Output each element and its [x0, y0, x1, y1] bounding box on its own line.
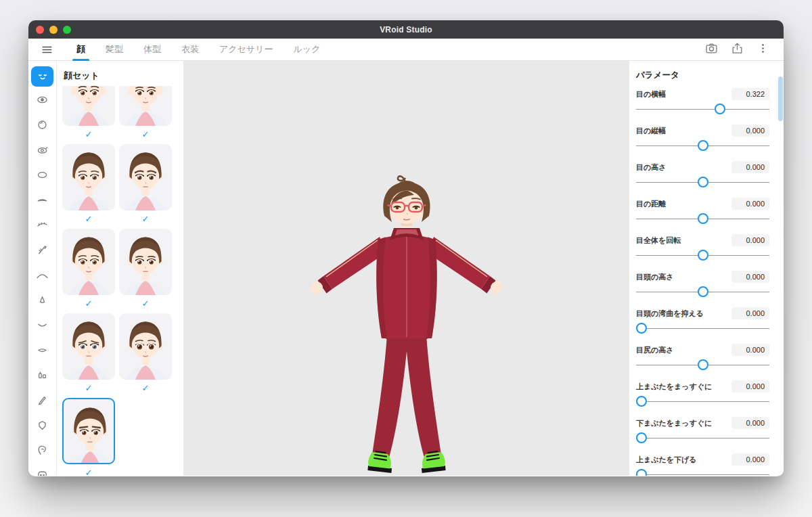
param-value[interactable]: 0.000	[731, 417, 769, 429]
rail-item-teeth[interactable]	[30, 364, 55, 389]
slider-thumb[interactable]	[698, 359, 708, 370]
param-value[interactable]: 0.000	[731, 125, 769, 137]
zoom-window-button[interactable]	[63, 26, 71, 34]
face-preset-thumbnail[interactable]	[119, 229, 172, 295]
preset-item-4: ✓	[119, 144, 172, 227]
param-value[interactable]: 0.000	[731, 161, 769, 173]
rail-item-iris[interactable]	[30, 114, 55, 139]
tab-label: 衣装	[181, 43, 199, 55]
param-value[interactable]: 0.000	[731, 234, 769, 246]
slider	[636, 468, 769, 476]
param-value[interactable]: 0.000	[731, 344, 769, 356]
rail-item-face-misc[interactable]	[30, 464, 55, 476]
param-label: 目頭の高さ	[636, 272, 674, 282]
tab-label: 体型	[143, 43, 161, 55]
slider-track[interactable]	[636, 328, 769, 330]
face-preset-thumbnail[interactable]	[62, 313, 115, 380]
rail-item-nose[interactable]	[30, 289, 55, 314]
param-value[interactable]: 0.000	[731, 198, 769, 210]
slider	[636, 212, 769, 225]
rail-item-eye-lashes[interactable]	[30, 139, 55, 164]
tab-3[interactable]: 体型	[133, 39, 171, 61]
more-button[interactable]	[752, 40, 773, 59]
param-value[interactable]: 0.000	[731, 453, 769, 466]
viewport-3d[interactable]	[183, 61, 629, 476]
param-label: 目頭の湾曲を抑える	[636, 309, 704, 319]
face-preset-thumbnail[interactable]	[62, 144, 115, 210]
params-scrollbar[interactable]	[778, 76, 783, 121]
slider	[636, 139, 769, 152]
slider-thumb[interactable]	[698, 177, 708, 187]
check-icon: ✓	[85, 464, 93, 476]
window-title: VRoid Studio	[28, 25, 784, 35]
face-preset-thumbnail-selected[interactable]	[62, 398, 115, 464]
rail-item-lash-brush[interactable]	[30, 239, 55, 264]
param-label: 目の高さ	[636, 162, 667, 173]
camera-button[interactable]	[701, 40, 721, 59]
slider-track[interactable]	[636, 401, 769, 403]
slider-track[interactable]	[636, 109, 769, 110]
tab-label: アクセサリー	[219, 43, 273, 55]
param-label: 目全体を回転	[636, 235, 681, 246]
eyelash-curve-icon	[35, 218, 49, 235]
face-preset-thumbnail[interactable]	[62, 86, 115, 126]
param-row-6: 目頭の高さ0.000	[629, 270, 784, 298]
face-preset-thumbnail[interactable]	[62, 229, 115, 295]
lash-brush-icon	[35, 243, 49, 260]
param-row-3: 目の高さ0.000	[629, 160, 784, 189]
slider-thumb[interactable]	[698, 140, 708, 151]
slider-thumb[interactable]	[698, 250, 708, 261]
param-value[interactable]: 0.322	[731, 88, 769, 100]
check-icon: ✓	[85, 295, 93, 312]
slider-track[interactable]	[636, 474, 769, 476]
param-value[interactable]: 0.000	[731, 307, 769, 319]
slider-thumb[interactable]	[636, 323, 647, 334]
preset-item-9: ✓	[62, 398, 115, 476]
menu-button[interactable]	[37, 39, 57, 60]
param-value[interactable]: 0.000	[731, 271, 769, 283]
minimize-window-button[interactable]	[49, 26, 58, 34]
parameter-panel-title: パラメータ	[629, 61, 784, 87]
face-preset-thumbnail[interactable]	[119, 86, 172, 126]
slider-thumb[interactable]	[715, 104, 725, 114]
editor-icon-rail	[28, 61, 57, 476]
check-icon: ✓	[85, 126, 93, 143]
rail-item-face-outline[interactable]	[30, 414, 55, 439]
tab-6[interactable]: ルック	[284, 39, 331, 61]
rail-item-eyelid[interactable]	[30, 264, 55, 289]
slider-thumb[interactable]	[698, 213, 708, 224]
camera-icon	[704, 41, 719, 58]
slider-thumb[interactable]	[636, 432, 647, 443]
tab-4[interactable]: 衣装	[171, 39, 209, 61]
parameter-panel: パラメータ 目の横幅0.322目の縦幅0.000目の高さ0.000目の距離0.0…	[629, 61, 784, 476]
rail-item-eye-white[interactable]	[30, 164, 55, 189]
rail-item-mouth[interactable]	[30, 314, 55, 339]
export-button[interactable]	[727, 40, 747, 59]
rail-item-eyebrow[interactable]	[30, 189, 55, 214]
tab-bar: 顔髪型体型衣装アクセサリールック	[28, 39, 784, 61]
close-window-button[interactable]	[36, 26, 44, 34]
slider-track[interactable]	[636, 438, 769, 439]
main-content: 顔セット ✓	[28, 61, 784, 476]
slider-thumb[interactable]	[698, 286, 708, 297]
rail-item-pen[interactable]	[30, 389, 55, 414]
ear-icon	[35, 443, 49, 460]
face-preset-thumbnail[interactable]	[119, 313, 172, 380]
rail-item-ear[interactable]	[30, 439, 55, 464]
tab-1-active[interactable]: 顔	[66, 39, 95, 61]
param-value[interactable]: 0.000	[731, 380, 769, 392]
rail-item-eyelash-curve[interactable]	[30, 214, 55, 239]
face-outline-icon	[35, 418, 49, 435]
rail-item-face-set[interactable]	[30, 64, 55, 89]
tab-2[interactable]: 髪型	[95, 39, 133, 61]
preset-item-7: ✓	[62, 313, 115, 397]
check-icon: ✓	[142, 210, 150, 227]
face-preset-thumbnail[interactable]	[119, 144, 172, 210]
rail-item-lips[interactable]	[30, 339, 55, 364]
rail-item-eye[interactable]	[30, 89, 55, 114]
tab-5[interactable]: アクセサリー	[209, 39, 284, 61]
slider-thumb[interactable]	[636, 396, 647, 407]
slider-thumb[interactable]	[636, 469, 647, 476]
preset-item-1: ✓	[62, 86, 115, 143]
character-model[interactable]	[305, 173, 508, 474]
